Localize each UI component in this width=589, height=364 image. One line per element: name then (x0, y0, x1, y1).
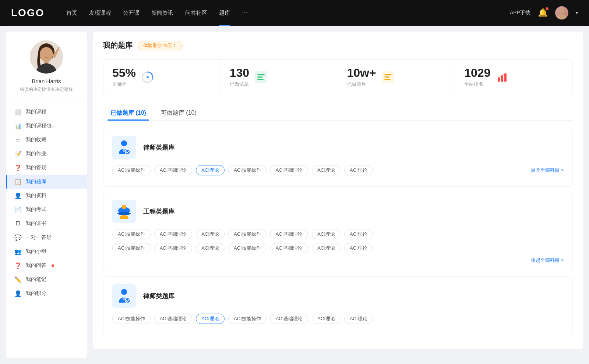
sidebar-item-materials[interactable]: 👤 我的资料 (6, 189, 87, 203)
tag-1-6[interactable]: ACI理论 (312, 165, 341, 175)
stat-rank-label: 全站排名 (464, 81, 490, 88)
avatar (30, 40, 63, 74)
stat-rank-info: 1029 全站排名 (464, 67, 490, 88)
expand-link-1[interactable]: 展开全部科目 > (531, 167, 564, 174)
bank-tags-row-2b: ACI技能操作 ACI基础理论 ACI理论 ACI技能操作 ACI基础理论 AC… (112, 243, 564, 253)
nav-item-questions[interactable]: 题库 (219, 8, 230, 18)
collapse-link[interactable]: 收起全部科目 > (112, 257, 564, 264)
notification-dot (546, 7, 549, 10)
tag-2-4[interactable]: ACI技能操作 (228, 229, 267, 239)
nav-avatar[interactable] (555, 6, 568, 19)
sidebar-item-question-bank[interactable]: 📋 我的题库 (6, 175, 87, 189)
nav-logo[interactable]: LOGO (11, 7, 44, 19)
stat-accuracy-icon (141, 71, 154, 84)
sidebar-item-notes[interactable]: ✏️ 我的笔记 (6, 272, 87, 286)
sidebar-item-label: 我的资料 (26, 192, 46, 199)
tag-3-4[interactable]: ACI技能操作 (228, 314, 267, 324)
stat-done-banks: 10w+ 已做题库 (338, 60, 456, 95)
favorites-icon: ☆ (15, 136, 21, 143)
bank-tags-row-2a: ACI技能操作 ACI基础理论 ACI理论 ACI技能操作 ACI基础理论 AC… (112, 229, 564, 239)
tag-2-6[interactable]: ACI理论 (312, 229, 341, 239)
stat-rank-value: 1029 (464, 67, 490, 79)
bank-title-lawyer-2: 律师类题库 (143, 292, 174, 300)
tag-2-8[interactable]: ACI技能操作 (112, 243, 151, 253)
stats-row: 55% 正确率 130 已做试题 (103, 59, 573, 95)
sidebar-item-label: 一对一答疑 (26, 234, 52, 241)
page-header: 我的题库 体验剩余23天！ (103, 40, 573, 50)
tag-2-1[interactable]: ACI技能操作 (112, 229, 151, 239)
nav-item-qa[interactable]: 问答社区 (185, 8, 207, 18)
tag-1-3[interactable]: ACI理论 (196, 165, 225, 175)
nav-dropdown-icon[interactable]: ▾ (576, 10, 578, 15)
tag-2-5[interactable]: ACI基础理论 (270, 229, 308, 239)
nav-item-open[interactable]: 公开课 (123, 8, 140, 18)
sidebar-item-label: 我的题库 (26, 178, 46, 185)
sidebar-item-exams[interactable]: 📄 我的考试 (6, 203, 87, 217)
sidebar-item-label: 我的收藏 (26, 136, 46, 143)
tag-3-3[interactable]: ACI理论 (196, 314, 225, 324)
bank-title-engineer: 工程类题库 (143, 207, 174, 216)
tag-1-4[interactable]: ACI技能操作 (228, 165, 267, 175)
tag-2-7[interactable]: ACI理论 (344, 229, 373, 239)
nav-item-news[interactable]: 新闻资讯 (151, 8, 173, 18)
tag-2-10[interactable]: ACI理论 (196, 243, 225, 253)
groups-icon: 👥 (15, 248, 21, 255)
tag-3-2[interactable]: ACI基础理论 (154, 314, 193, 324)
tag-1-7[interactable]: ACI理论 (344, 165, 373, 175)
trial-badge: 体验剩余23天！ (138, 41, 183, 50)
nav-item-home[interactable]: 首页 (66, 8, 77, 18)
stat-accuracy-value: 55% (112, 67, 136, 79)
sidebar-item-questions[interactable]: ❓ 我的答疑 (6, 161, 87, 175)
bank-title-lawyer-1: 律师类题库 (143, 143, 174, 152)
materials-icon: 👤 (15, 192, 21, 199)
tag-1-5[interactable]: ACI基础理论 (270, 165, 308, 175)
sidebar-item-label: 我的考试 (26, 206, 46, 213)
sidebar-item-certificates[interactable]: 🗒 我的证书 (6, 217, 87, 231)
tab-available-banks[interactable]: 可做题库 (10) (154, 106, 204, 121)
my-qa-icon: ❓ (15, 262, 21, 269)
tag-2-9[interactable]: ACI基础理论 (154, 243, 193, 253)
nav-item-courses[interactable]: 发现课程 (89, 8, 111, 18)
sidebar-menu: ⬜ 我的课程 📊 我的课程包... ☆ 我的收藏 📝 我的作业 ❓ 我的答疑 📋 (6, 100, 87, 305)
tag-2-14[interactable]: ACI理论 (344, 243, 373, 253)
tag-2-13[interactable]: ACI理论 (312, 243, 341, 253)
sidebar-item-label: 我的问答 (26, 262, 46, 269)
sidebar-item-label: 我的课程包... (26, 122, 56, 129)
sidebar-item-favorites[interactable]: ☆ 我的收藏 (6, 133, 87, 147)
page-title: 我的题库 (103, 40, 133, 50)
tag-1-2[interactable]: ACI基础理论 (154, 165, 193, 175)
nav-items: 首页 发现课程 公开课 新闻资讯 问答社区 题库 ··· (66, 8, 495, 18)
stat-done-questions-value: 130 (230, 67, 249, 79)
nav-app-download[interactable]: APP下载 (510, 10, 530, 16)
sidebar-item-my-courses[interactable]: ⬜ 我的课程 (6, 105, 87, 119)
sidebar-item-my-qa[interactable]: ❓ 我的问答 (6, 258, 87, 272)
sidebar-item-course-packages[interactable]: 📊 我的课程包... (6, 119, 87, 133)
sidebar-item-groups[interactable]: 👥 我的小组 (6, 245, 87, 258)
nav-bell-button[interactable]: 🔔 (538, 8, 548, 18)
tag-3-5[interactable]: ACI基础理论 (270, 314, 308, 324)
svg-point-20 (498, 77, 500, 79)
bank-engineer-icon (112, 200, 136, 223)
tag-2-3[interactable]: ACI理论 (196, 229, 225, 239)
tag-3-6[interactable]: ACI理论 (312, 314, 341, 324)
stat-accuracy-info: 55% 正确率 (112, 67, 136, 88)
tag-2-12[interactable]: ACI基础理论 (270, 243, 308, 253)
tag-2-11[interactable]: ACI技能操作 (228, 243, 267, 253)
svg-point-1 (557, 14, 566, 19)
tag-3-7[interactable]: ACI理论 (344, 314, 373, 324)
svg-rect-12 (257, 79, 264, 80)
tag-3-1[interactable]: ACI技能操作 (112, 314, 151, 324)
tag-2-2[interactable]: ACI基础理论 (154, 229, 193, 239)
nav-more-icon[interactable]: ··· (242, 8, 247, 18)
sidebar-item-label: 我的笔记 (26, 276, 46, 283)
svg-rect-18 (501, 76, 503, 82)
tag-1-1[interactable]: ACI技能操作 (112, 165, 151, 175)
stat-list-green-icon (254, 71, 268, 84)
tab-done-banks[interactable]: 已做题库 (10) (103, 106, 154, 121)
sidebar-item-homework[interactable]: 📝 我的作业 (6, 147, 87, 161)
stat-done-banks-label: 已做题库 (347, 81, 376, 88)
svg-point-8 (147, 76, 149, 78)
sidebar-item-points[interactable]: 👤 我的积分 (6, 286, 87, 300)
sidebar-item-one-on-one[interactable]: 💬 一对一答疑 (6, 231, 87, 245)
bank-item-lawyer-2: 律师类题库 ACI技能操作 ACI基础理论 ACI理论 ACI技能操作 ACI基… (103, 276, 573, 335)
